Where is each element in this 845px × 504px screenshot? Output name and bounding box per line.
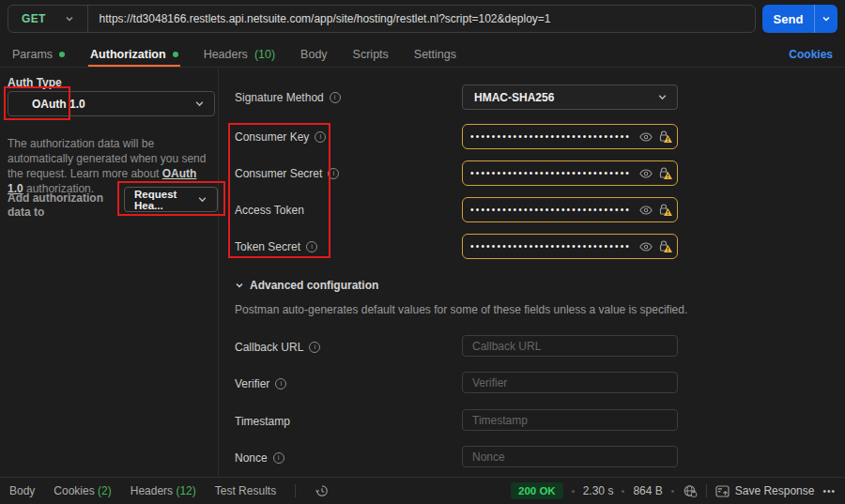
consumer-key-field[interactable]: •••••••••••••••••••••••••••••• — [462, 124, 678, 149]
callback-url-input[interactable] — [462, 335, 678, 357]
add-authorization-data-to-label: Add authorization data to — [8, 191, 113, 220]
tab-scripts[interactable]: Scripts — [353, 41, 389, 67]
request-bar: GET https://td3048166.restlets.api.netsu… — [8, 5, 837, 33]
warning-triangle-icon — [664, 206, 672, 219]
timestamp-label: Timestamp — [235, 408, 290, 434]
chevron-down-icon — [657, 92, 668, 102]
nonce-input[interactable] — [462, 446, 678, 467]
lock-warning-icon[interactable] — [658, 240, 669, 252]
callback-url-text: Callback URL — [235, 341, 303, 354]
tab-params-label: Params — [12, 48, 53, 61]
warning-triangle-icon — [664, 242, 672, 255]
signature-method-label: Signature Method i — [235, 84, 341, 110]
verifier-text: Verifier — [235, 377, 269, 390]
token-secret-field[interactable]: •••••••••••••••••••••••••••••• — [462, 234, 678, 259]
access-token-text: Access Token — [235, 204, 304, 217]
info-icon[interactable]: i — [328, 168, 339, 179]
verifier-input[interactable] — [462, 372, 678, 393]
access-token-label: Access Token — [235, 197, 304, 222]
dot-separator — [671, 490, 674, 493]
response-meta: 200 OK 2.30 s 864 B Save Response ••• — [511, 482, 836, 499]
signature-method-value: HMAC-SHA256 — [474, 91, 554, 104]
lock-warning-icon[interactable] — [658, 130, 669, 143]
token-secret-label: Token Secret i — [235, 234, 317, 259]
dot-separator — [622, 490, 624, 493]
nonce-text: Nonce — [235, 451, 268, 465]
access-token-field[interactable]: •••••••••••••••••••••••••••••• — [462, 197, 678, 222]
nonce-label: Nonce i — [235, 445, 284, 470]
status-badge[interactable]: 200 OK — [511, 482, 563, 499]
masked-value: •••••••••••••••••••••••••••••• — [470, 234, 634, 259]
advanced-configuration-description: Postman auto-generates default values fo… — [235, 303, 687, 316]
tab-headers-label: Headers — [204, 48, 248, 61]
info-icon[interactable]: i — [306, 241, 317, 252]
eye-icon[interactable] — [639, 168, 653, 179]
divider — [295, 484, 296, 497]
method-label: GET — [22, 12, 46, 25]
chevron-down-icon — [822, 14, 831, 23]
response-size: 864 B — [633, 484, 662, 497]
footer-test-results-tab[interactable]: Test Results — [215, 484, 276, 497]
eye-icon[interactable] — [639, 131, 653, 143]
info-icon[interactable]: i — [275, 378, 286, 389]
send-options-button[interactable] — [814, 5, 837, 33]
tab-settings[interactable]: Settings — [414, 41, 456, 67]
oauth-fields-panel: Signature Method i HMAC-SHA256 Consumer … — [220, 69, 845, 477]
chevron-down-icon — [65, 14, 74, 23]
lock-warning-icon[interactable] — [658, 167, 669, 179]
save-response-button[interactable]: Save Response — [715, 484, 815, 497]
footer-cookies-label: Cookies — [54, 484, 94, 497]
add-to-select[interactable]: Request Hea... — [124, 187, 218, 212]
consumer-key-label: Consumer Key i — [235, 124, 326, 149]
tab-body[interactable]: Body — [300, 41, 328, 67]
advanced-configuration-toggle[interactable]: Advanced configuration — [235, 279, 378, 292]
advanced-configuration-label: Advanced configuration — [250, 279, 378, 292]
chevron-down-icon — [197, 194, 207, 205]
response-time: 2.30 s — [583, 484, 614, 497]
footer-headers-tab[interactable]: Headers (12) — [131, 484, 196, 497]
masked-value: •••••••••••••••••••••••••••••• — [470, 124, 634, 149]
method-dropdown[interactable]: GET — [8, 6, 87, 32]
history-icon[interactable] — [315, 483, 330, 498]
lock-warning-icon[interactable] — [658, 204, 669, 216]
signature-method-text: Signature Method — [235, 91, 324, 104]
cookies-link[interactable]: Cookies — [789, 48, 833, 61]
url-input[interactable]: https://td3048166.restlets.api.netsuite.… — [88, 12, 562, 25]
consumer-secret-text: Consumer Secret — [235, 167, 322, 180]
consumer-key-text: Consumer Key — [235, 130, 309, 144]
info-icon[interactable]: i — [315, 131, 326, 143]
authorization-editor: Auth Type OAuth 1.0 The authorization da… — [0, 69, 845, 477]
auth-type-select[interactable]: OAuth 1.0 — [8, 91, 215, 116]
info-icon[interactable]: i — [273, 452, 284, 464]
url-box: GET https://td3048166.restlets.api.netsu… — [8, 5, 756, 33]
chevron-down-icon — [194, 99, 205, 109]
send-button[interactable]: Send — [762, 5, 814, 33]
masked-value: •••••••••••••••••••••••••••••• — [470, 197, 634, 222]
tab-settings-label: Settings — [414, 48, 456, 61]
info-icon[interactable]: i — [330, 92, 341, 103]
consumer-secret-label: Consumer Secret i — [235, 160, 339, 186]
tab-body-label: Body — [300, 48, 328, 61]
eye-icon[interactable] — [639, 241, 653, 252]
timestamp-input[interactable] — [462, 409, 678, 431]
warning-triangle-icon — [664, 169, 672, 182]
send-button-group: Send — [762, 5, 837, 33]
divider — [706, 484, 707, 497]
tab-scripts-label: Scripts — [353, 48, 389, 61]
info-icon[interactable]: i — [309, 342, 320, 353]
footer-cookies-tab[interactable]: Cookies (2) — [54, 484, 111, 497]
tab-headers[interactable]: Headers (10) — [204, 41, 275, 67]
footer-body-tab[interactable]: Body — [9, 484, 35, 497]
tab-params[interactable]: Params — [12, 41, 65, 67]
signature-method-select[interactable]: HMAC-SHA256 — [462, 84, 678, 110]
save-icon — [715, 485, 730, 497]
tab-authorization[interactable]: Authorization — [90, 41, 178, 67]
chevron-down-icon — [235, 281, 244, 290]
response-footer: Body Cookies (2) Headers (12) Test Resul… — [0, 477, 845, 504]
eye-icon[interactable] — [639, 205, 653, 216]
consumer-secret-field[interactable]: •••••••••••••••••••••••••••••• — [462, 160, 678, 186]
masked-value: •••••••••••••••••••••••••••••• — [470, 160, 634, 186]
more-options-button[interactable]: ••• — [822, 486, 836, 496]
network-globe-icon[interactable] — [683, 484, 698, 498]
auth-type-label: Auth Type — [8, 76, 62, 89]
